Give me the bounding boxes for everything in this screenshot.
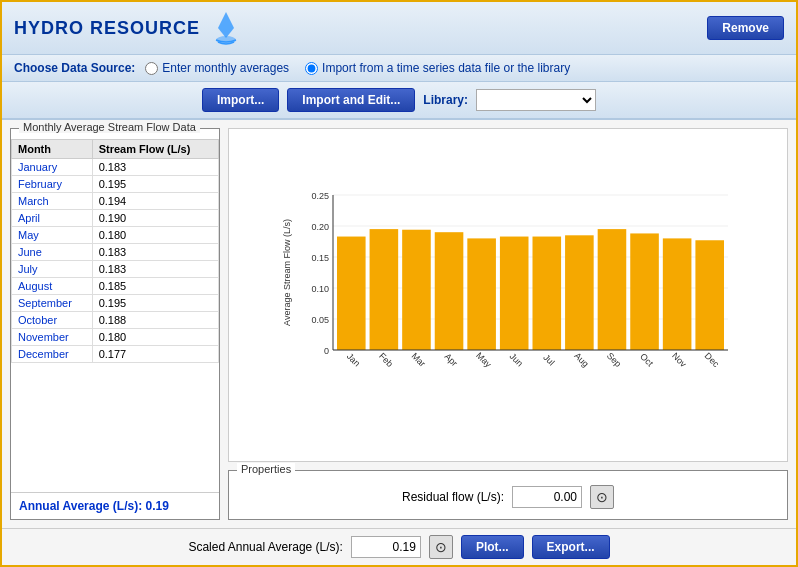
header: HYDRO RESOURCE Remove <box>2 2 796 55</box>
remove-button[interactable]: Remove <box>707 16 784 40</box>
svg-marker-0 <box>218 12 234 38</box>
data-source-label: Choose Data Source: <box>14 61 135 75</box>
library-label: Library: <box>423 93 468 107</box>
svg-text:May: May <box>474 350 493 369</box>
stream-flow-group: Monthly Average Stream Flow Data Month S… <box>10 128 220 520</box>
scaled-annual-label: Scaled Annual Average (L/s): <box>188 540 343 554</box>
svg-text:Oct: Oct <box>638 351 655 368</box>
stream-flow-chart: 00.050.100.150.200.25JanFebMarAprMayJunJ… <box>278 185 738 405</box>
annual-average-value: 0.19 <box>145 499 168 513</box>
radio-import[interactable]: Import from a time series data file or t… <box>305 61 570 75</box>
main-content: Monthly Average Stream Flow Data Month S… <box>2 120 796 528</box>
toolbar-row: Import... Import and Edit... Library: <box>2 82 796 120</box>
app-title: HYDRO RESOURCE <box>14 18 200 39</box>
radio-import-input[interactable] <box>305 62 318 75</box>
export-button[interactable]: Export... <box>532 535 610 559</box>
table-row: March0.194 <box>12 193 219 210</box>
svg-text:0.25: 0.25 <box>311 191 329 201</box>
svg-text:Apr: Apr <box>443 351 460 368</box>
plot-button[interactable]: Plot... <box>461 535 524 559</box>
import-button[interactable]: Import... <box>202 88 279 112</box>
svg-text:Feb: Feb <box>377 351 395 369</box>
svg-text:Jun: Jun <box>508 351 525 368</box>
radio-monthly-input[interactable] <box>145 62 158 75</box>
table-row: September0.195 <box>12 295 219 312</box>
table-row: December0.177 <box>12 346 219 363</box>
svg-rect-18 <box>402 230 431 350</box>
properties-row: Residual flow (L/s): ⊙ <box>241 485 775 509</box>
svg-text:0: 0 <box>324 346 329 356</box>
table-row: May0.180 <box>12 227 219 244</box>
scaled-annual-icon-btn[interactable]: ⊙ <box>429 535 453 559</box>
svg-text:Jul: Jul <box>541 352 556 367</box>
col-flow: Stream Flow (L/s) <box>92 140 218 159</box>
svg-text:Mar: Mar <box>410 351 428 369</box>
library-select[interactable] <box>476 89 596 111</box>
stream-flow-table-container[interactable]: Month Stream Flow (L/s) January0.183Febr… <box>11 139 219 492</box>
stream-flow-table: Month Stream Flow (L/s) January0.183Febr… <box>11 139 219 363</box>
chart-area: 00.050.100.150.200.25JanFebMarAprMayJunJ… <box>228 128 788 462</box>
table-row: October0.188 <box>12 312 219 329</box>
properties-box: Properties Residual flow (L/s): ⊙ <box>228 470 788 520</box>
col-month: Month <box>12 140 93 159</box>
svg-rect-20 <box>435 232 464 350</box>
svg-rect-30 <box>598 229 627 350</box>
svg-rect-22 <box>467 238 496 350</box>
residual-flow-input[interactable] <box>512 486 582 508</box>
residual-flow-label: Residual flow (L/s): <box>402 490 504 504</box>
svg-text:0.05: 0.05 <box>311 315 329 325</box>
import-edit-button[interactable]: Import and Edit... <box>287 88 415 112</box>
svg-rect-28 <box>565 235 594 350</box>
radio-monthly-label: Enter monthly averages <box>162 61 289 75</box>
svg-text:Average Stream Flow (L/s): Average Stream Flow (L/s) <box>282 219 292 326</box>
radio-group: Enter monthly averages Import from a tim… <box>145 61 570 75</box>
svg-text:Nov: Nov <box>670 351 689 370</box>
annual-average-row: Annual Average (L/s): 0.19 <box>11 492 219 519</box>
svg-rect-14 <box>337 237 366 350</box>
residual-flow-icon-btn[interactable]: ⊙ <box>590 485 614 509</box>
annual-average-label: Annual Average (L/s): <box>19 499 142 513</box>
scaled-annual-input[interactable] <box>351 536 421 558</box>
bottom-bar: Scaled Annual Average (L/s): ⊙ Plot... E… <box>2 528 796 565</box>
right-panel: 00.050.100.150.200.25JanFebMarAprMayJunJ… <box>228 128 788 520</box>
table-row: April0.190 <box>12 210 219 227</box>
svg-rect-32 <box>630 233 659 350</box>
svg-rect-34 <box>663 238 692 350</box>
table-row: February0.195 <box>12 176 219 193</box>
table-row: November0.180 <box>12 329 219 346</box>
left-panel: Monthly Average Stream Flow Data Month S… <box>10 128 220 520</box>
properties-title: Properties <box>237 463 295 475</box>
group-box-title: Monthly Average Stream Flow Data <box>19 121 200 133</box>
svg-text:Sep: Sep <box>605 351 623 369</box>
svg-rect-16 <box>370 229 399 350</box>
table-row: June0.183 <box>12 244 219 261</box>
radio-import-label: Import from a time series data file or t… <box>322 61 570 75</box>
svg-text:0.20: 0.20 <box>311 222 329 232</box>
table-row: August0.185 <box>12 278 219 295</box>
table-row: July0.183 <box>12 261 219 278</box>
svg-rect-24 <box>500 237 529 350</box>
radio-monthly[interactable]: Enter monthly averages <box>145 61 289 75</box>
water-icon <box>208 10 244 46</box>
svg-text:Jan: Jan <box>345 351 362 368</box>
data-source-row: Choose Data Source: Enter monthly averag… <box>2 55 796 82</box>
svg-text:0.10: 0.10 <box>311 284 329 294</box>
svg-text:Dec: Dec <box>703 351 722 370</box>
svg-text:0.15: 0.15 <box>311 253 329 263</box>
table-row: January0.183 <box>12 159 219 176</box>
svg-text:Aug: Aug <box>572 351 590 369</box>
svg-rect-36 <box>695 240 724 350</box>
svg-rect-26 <box>533 237 562 350</box>
